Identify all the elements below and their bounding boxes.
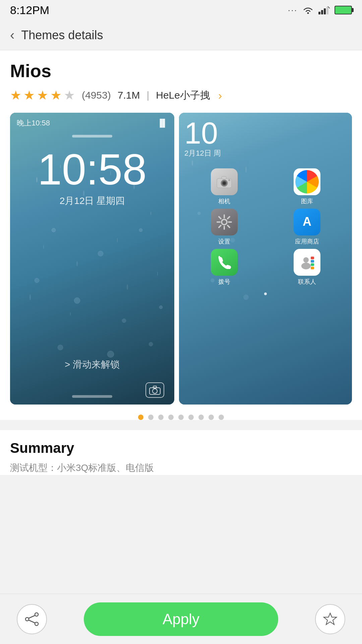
svg-line-52 [228, 217, 230, 219]
svg-rect-1 [318, 12, 320, 14]
dot-4[interactable] [168, 415, 174, 420]
svg-rect-3 [324, 8, 326, 14]
svg-point-27 [107, 351, 114, 358]
svg-marker-67 [324, 613, 337, 625]
app-appstore: A 应用商店 [267, 209, 347, 246]
dot-7[interactable] [198, 415, 204, 420]
summary-section: Summary 测试机型：小米3Q标准版、电信版 [0, 430, 362, 475]
app-photos: 图库 [267, 168, 347, 205]
star-rating: ★ ★ ★ ★ ★ [10, 88, 75, 103]
svg-point-15 [29, 294, 31, 300]
wifi-icon [302, 6, 314, 14]
file-size: 7.1M [118, 90, 140, 101]
phone-icon [211, 249, 238, 276]
summary-text: 测试机型：小米3Q标准版、电信版 [10, 461, 352, 475]
svg-point-21 [139, 228, 142, 232]
favorite-button[interactable] [315, 604, 345, 634]
meta-row: ★ ★ ★ ★ ★ (4953) 7.1M | HeLe小子拽 › [10, 88, 352, 103]
dot-2[interactable] [148, 415, 154, 420]
star-5: ★ [64, 88, 75, 103]
contacts-icon [294, 249, 320, 276]
dot-1[interactable] [138, 415, 143, 420]
apply-button[interactable]: Apply [84, 602, 278, 636]
ls-camera-icon [145, 382, 164, 398]
svg-rect-43 [222, 176, 226, 179]
dot-3[interactable] [158, 415, 164, 420]
favorite-icon [323, 612, 338, 627]
author-name: HeLe小子拽 [156, 89, 210, 102]
hs-page-dots [179, 292, 352, 295]
star-2: ★ [23, 88, 35, 103]
ls-slide-text: > 滑动来解锁 [10, 358, 174, 371]
star-1: ★ [10, 88, 21, 103]
phone-label: 拨号 [218, 278, 230, 286]
dot-9[interactable] [219, 415, 224, 420]
svg-line-53 [219, 225, 221, 227]
app-phone: 拨号 [184, 249, 264, 286]
homescreen-screenshot: 10 2月12日 周 [179, 113, 352, 405]
svg-point-12 [43, 245, 44, 249]
svg-point-25 [159, 306, 163, 309]
svg-point-20 [98, 251, 103, 256]
svg-point-44 [228, 179, 230, 181]
svg-line-66 [29, 620, 35, 623]
svg-point-17 [127, 284, 128, 290]
carousel-dots[interactable] [10, 415, 352, 420]
appstore-icon: A [294, 209, 320, 235]
dot-6[interactable] [188, 415, 194, 420]
separator: | [146, 90, 149, 101]
photos-label: 图库 [301, 197, 313, 205]
svg-point-26 [58, 345, 63, 350]
signal-icon [318, 6, 330, 14]
svg-point-0 [307, 12, 309, 14]
svg-point-19 [52, 228, 56, 232]
svg-rect-4 [326, 7, 328, 14]
summary-title: Summary [10, 440, 352, 456]
svg-point-38 [243, 294, 249, 300]
svg-text:A: A [303, 215, 311, 228]
star-4: ★ [50, 88, 62, 103]
ls-notch [72, 135, 112, 138]
app-camera: 相机 [184, 168, 264, 205]
status-time: 8:12PM [10, 4, 49, 17]
review-count: (4953) [82, 90, 111, 101]
svg-point-45 [222, 219, 227, 225]
photos-icon [294, 168, 320, 195]
hs-time-display: 10 [179, 118, 352, 148]
main-content: Mios ★ ★ ★ ★ ★ (4953) 7.1M | HeLe小子拽 › 晚… [0, 50, 362, 420]
dot-5[interactable] [178, 415, 184, 420]
screenshot-carousel[interactable]: 晚上10:58 ▐▌ 10:58 2月12日 星期四 [10, 113, 352, 405]
ls-status-time: 晚上10:58 [17, 118, 50, 128]
svg-point-23 [74, 298, 80, 304]
svg-point-42 [223, 182, 226, 184]
svg-line-51 [228, 225, 230, 227]
appstore-label: 应用商店 [295, 237, 319, 246]
theme-name: Mios [10, 60, 352, 81]
share-button[interactable] [17, 604, 47, 634]
svg-line-65 [29, 615, 35, 618]
svg-rect-31 [153, 386, 157, 388]
app-icons-grid: 相机 图库 [179, 165, 352, 289]
nav-bar: ‹ Themes details [0, 20, 362, 50]
star-3: ★ [37, 88, 48, 103]
svg-point-57 [301, 263, 311, 269]
camera-label: 相机 [218, 197, 230, 205]
dot-8[interactable] [208, 415, 214, 420]
status-bar: 8:12PM ··· [0, 0, 362, 20]
battery-icon [335, 6, 352, 14]
settings-icon [211, 209, 238, 235]
back-button[interactable]: ‹ [10, 28, 14, 43]
svg-point-30 [153, 389, 157, 393]
svg-rect-58 [311, 257, 314, 259]
share-icon [24, 612, 39, 627]
svg-point-13 [76, 261, 78, 266]
lockscreen-screenshot: 晚上10:58 ▐▌ 10:58 2月12日 星期四 [10, 113, 174, 405]
contacts-label: 联系人 [298, 278, 316, 286]
svg-point-14 [117, 238, 118, 243]
svg-point-62 [35, 613, 38, 616]
svg-line-50 [219, 217, 221, 219]
ls-date-display: 2月12日 星期四 [60, 195, 125, 207]
status-icons: ··· [288, 5, 352, 15]
author-chevron-icon[interactable]: › [218, 89, 222, 102]
svg-point-24 [122, 319, 126, 323]
